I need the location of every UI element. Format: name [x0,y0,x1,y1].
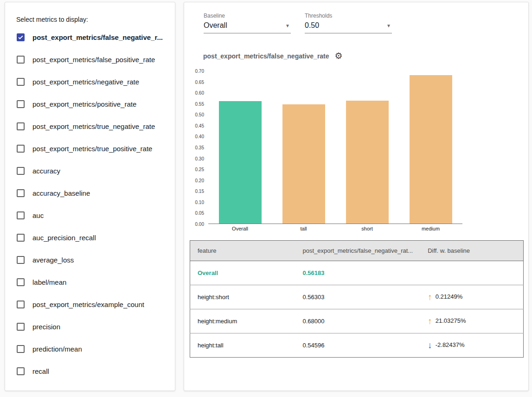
metric-label: accuracy [32,167,60,175]
metric-label: recall [32,367,49,375]
x-axis-label: short [335,226,399,231]
diff-value: 21.03275% [436,317,466,324]
diff-cell: ↓-2.82437% [420,333,523,358]
dropdown-arrow-icon: ▼ [386,23,391,28]
checkbox[interactable] [17,33,25,41]
checkbox[interactable] [17,145,25,153]
metric-checkbox-row[interactable]: precision [5,315,175,338]
metrics-list: post_export_metrics/false_negative_r...p… [5,26,175,382]
bar-tall[interactable] [282,104,325,224]
y-axis-label: 0.35 [195,145,204,150]
metric-checkbox-row[interactable]: label/mean [5,271,175,293]
y-axis-label: 0.25 [195,167,204,172]
feature-cell: height:short [190,285,295,309]
settings-gear-icon[interactable]: ⚙ [335,51,343,60]
bar-Overall[interactable] [219,101,262,224]
metric-selector-title: Select metrics to display: [5,2,175,23]
checkbox[interactable] [17,367,25,375]
y-axis-label: 0.45 [195,123,204,128]
thresholds-select-value: 0.50 [305,21,319,30]
y-axis-label: 0.05 [195,211,204,216]
diff-value: 0.21249% [436,293,463,300]
checkbox[interactable] [17,301,25,308]
metric-checkbox-row[interactable]: auc_precision_recall [5,226,175,249]
feature-cell: height:tall [190,333,295,358]
value-cell: 0.54596 [295,333,420,358]
y-axis-label: 0.00 [195,222,204,227]
table-row[interactable]: Overall0.56183 [190,261,524,285]
table-row[interactable]: height:short0.56303↑0.21249% [190,285,524,309]
checkbox[interactable] [17,167,25,175]
chart-header: post_export_metrics/false_negative_rate … [203,51,343,60]
checkbox[interactable] [17,122,25,130]
bar-chart: 0.000.050.100.150.200.250.300.350.400.45… [184,71,464,231]
metric-checkbox-row[interactable]: post_export_metrics/positive_rate [5,93,175,115]
x-axis-label: Overall [208,226,272,231]
metric-label: post_export_metrics/false_negative_r... [32,33,163,41]
y-axis-label: 0.15 [195,189,204,194]
x-axis-label: medium [399,226,462,231]
baseline-select-value: Overall [204,21,227,30]
metric-label: post_export_metrics/true_negative_rate [32,122,155,130]
chart-title: post_export_metrics/false_negative_rate [203,52,329,60]
metric-checkbox-row[interactable]: recall [5,360,175,382]
up-arrow-icon: ↑ [428,316,432,326]
table-row[interactable]: height:medium0.68000↑21.03275% [190,309,524,333]
metric-checkbox-row[interactable]: post_export_metrics/false_positive_rate [5,48,175,70]
metric-checkbox-row[interactable]: post_export_metrics/false_negative_r... [5,26,175,48]
baseline-select[interactable]: Baseline Overall ▼ [204,13,291,33]
metric-checkbox-row[interactable]: post_export_metrics/true_negative_rate [5,115,175,137]
y-axis-label: 0.20 [195,178,204,183]
y-axis-label: 0.70 [195,69,204,74]
diff-cell: ↑21.03275% [420,309,523,333]
down-arrow-icon: ↓ [428,340,432,350]
diff-cell [420,261,523,285]
feature-cell: height:medium [190,309,295,333]
metrics-table: feature post_export_metrics/false_negati… [190,240,524,358]
metric-label: post_export_metrics/true_positive_rate [32,145,152,153]
metric-label: auc_precision_recall [32,234,96,242]
table-row[interactable]: height:tall0.54596↓-2.82437% [190,333,524,358]
table-header-metric: post_export_metrics/false_negative_rat..… [295,241,420,261]
checkbox[interactable] [17,211,25,219]
metric-label: average_loss [32,256,74,264]
metrics-display-panel: Baseline Overall ▼ Thresholds 0.50 ▼ pos… [184,2,529,391]
metric-checkbox-row[interactable]: auc [5,204,175,226]
up-arrow-icon: ↑ [428,292,432,302]
checkbox[interactable] [17,100,25,108]
plot-area [208,71,462,224]
checkbox[interactable] [17,256,25,264]
controls-bar: Baseline Overall ▼ Thresholds 0.50 ▼ [204,13,392,33]
metric-checkbox-row[interactable]: post_export_metrics/example_count [5,293,175,315]
y-axis-label: 0.60 [195,90,204,96]
checkbox[interactable] [17,78,25,86]
value-cell: 0.56183 [295,261,420,285]
metric-label: auc [32,211,44,219]
y-axis-label: 0.65 [195,79,204,84]
metric-checkbox-row[interactable]: prediction/mean [5,338,175,360]
dropdown-arrow-icon: ▼ [285,23,290,28]
metric-checkbox-row[interactable]: accuracy [5,160,175,182]
y-axis-label: 0.40 [195,134,204,139]
checkbox[interactable] [17,234,25,242]
metric-checkbox-row[interactable]: post_export_metrics/negative_rate [5,70,175,93]
metric-selector-panel: Select metrics to display: post_export_m… [5,2,175,391]
bar-short[interactable] [346,101,389,224]
diff-cell: ↑0.21249% [420,285,523,309]
value-cell: 0.56303 [295,285,420,309]
metrics-table-body: Overall0.56183height:short0.56303↑0.2124… [190,261,524,358]
checkbox[interactable] [17,278,25,286]
metric-checkbox-row[interactable]: accuracy_baseline [5,182,175,204]
y-axis-label: 0.50 [195,112,204,117]
checkbox[interactable] [17,56,25,64]
checkbox[interactable] [17,323,25,331]
table-header-diff: Diff. w. baseline [420,241,523,261]
metric-checkbox-row[interactable]: average_loss [5,249,175,271]
checkbox[interactable] [17,345,25,353]
bar-medium[interactable] [410,75,452,224]
checkbox[interactable] [17,189,25,197]
table-header-row: feature post_export_metrics/false_negati… [190,241,524,261]
metric-label: label/mean [32,278,66,286]
metric-checkbox-row[interactable]: post_export_metrics/true_positive_rate [5,137,175,160]
thresholds-select[interactable]: Thresholds 0.50 ▼ [305,13,392,33]
